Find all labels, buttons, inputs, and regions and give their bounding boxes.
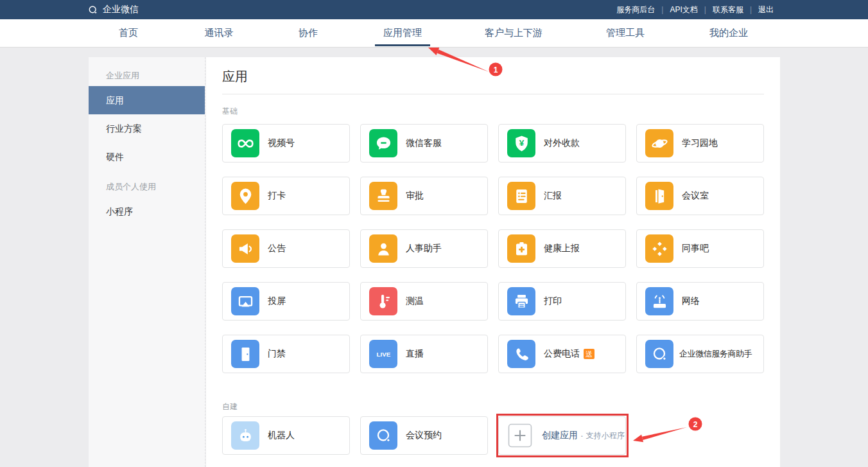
app-card[interactable]: 投屏: [222, 282, 350, 321]
planet-icon: [645, 129, 673, 157]
nav-tab-5[interactable]: 管理工具: [606, 19, 645, 46]
location-pin-icon: [231, 182, 259, 210]
app-label: 直播: [406, 348, 424, 360]
create-app-separator: ·: [580, 430, 584, 441]
app-label: 学习园地: [682, 137, 718, 149]
app-card[interactable]: 视频号: [222, 124, 350, 163]
app-label: 微信客服: [406, 137, 442, 149]
sidebar-item[interactable]: 硬件: [89, 143, 205, 171]
nav-tab-2[interactable]: 协作: [299, 19, 318, 46]
app-label: 网络: [682, 295, 700, 307]
megaphone-icon: [231, 234, 259, 263]
topbar-link-3[interactable]: 退出: [752, 4, 780, 15]
svg-text:¥: ¥: [519, 138, 524, 148]
person-icon: [369, 234, 397, 263]
meeting-door-icon: [645, 182, 673, 210]
app-card[interactable]: 健康上报: [498, 229, 626, 268]
stamp-icon: [369, 182, 397, 210]
svg-text:LIVE: LIVE: [376, 351, 390, 358]
nav-tab-3-active[interactable]: 应用管理: [383, 19, 422, 46]
wecom-bubble-icon: [87, 4, 99, 16]
create-app-card[interactable]: 创建应用·支持小程序: [498, 416, 626, 455]
app-card[interactable]: ¥对外收款: [498, 124, 626, 163]
main-panel: 应用 基础 视频号微信客服¥对外收款学习园地打卡审批汇报会议室公告人事助手健康上…: [206, 57, 780, 467]
access-door-icon: [231, 340, 259, 368]
title-divider: [222, 94, 764, 94]
app-card[interactable]: 门禁: [222, 335, 350, 373]
app-card[interactable]: 公费电话送: [498, 335, 626, 373]
app-card[interactable]: 会议室: [636, 177, 764, 215]
topbar-link-2[interactable]: 联系客服: [706, 4, 750, 15]
sidebar-item-selected[interactable]: 应用: [89, 86, 205, 114]
video-channels-icon: [231, 129, 259, 157]
app-card[interactable]: 人事助手: [360, 229, 488, 268]
app-card[interactable]: LIVE直播: [360, 335, 488, 373]
app-label: 会议室: [682, 190, 709, 202]
app-card[interactable]: 测温: [360, 282, 488, 321]
wecom-logo[interactable]: 企业微信: [87, 0, 139, 19]
create-app-sublabel: 支持小程序: [586, 430, 625, 441]
app-label: 审批: [406, 190, 424, 202]
app-card[interactable]: 汇报: [498, 177, 626, 215]
printer-icon: [507, 287, 535, 315]
wechat-kefu-icon: [369, 129, 397, 157]
shield-yuan-icon: ¥: [507, 129, 535, 157]
plus-icon: [507, 423, 533, 448]
arrow-1-head: [428, 48, 439, 55]
robot-icon: [231, 421, 259, 450]
app-card[interactable]: 同事吧: [636, 229, 764, 268]
app-label: 公告: [268, 243, 286, 254]
topbar-link-1[interactable]: API文档: [663, 4, 704, 15]
page-title: 应用: [222, 68, 780, 85]
app-card[interactable]: 审批: [360, 177, 488, 215]
sidebar-section-header: 成员个人使用: [89, 171, 205, 197]
app-label: 同事吧: [682, 243, 709, 254]
app-label: 投屏: [268, 295, 286, 307]
app-label: 会议预约: [406, 430, 442, 441]
app-label: 打印: [544, 295, 562, 307]
app-card[interactable]: 会议预约: [360, 416, 488, 455]
section-label-self: 自建: [222, 401, 780, 410]
report-doc-icon: [507, 182, 535, 210]
thermometer-icon: [369, 287, 397, 315]
wecom-logo-icon: [369, 421, 397, 450]
app-label: 机器人: [268, 430, 295, 441]
app-card[interactable]: 学习园地: [636, 124, 764, 163]
app-label: 对外收款: [544, 137, 580, 149]
sidebar-item[interactable]: 小程序: [89, 197, 205, 225]
main-nav: 首页通讯录协作应用管理客户与上下游管理工具我的企业: [0, 19, 868, 48]
app-label: 企业微信服务商助手: [679, 348, 752, 360]
topbar-link-0[interactable]: 服务商后台: [610, 4, 661, 15]
router-icon: [645, 287, 673, 315]
app-card[interactable]: 微信客服: [360, 124, 488, 163]
app-card[interactable]: 企业微信服务商助手: [636, 335, 764, 373]
sidebar-item[interactable]: 行业方案: [89, 114, 205, 143]
create-app-label: 创建应用: [542, 430, 578, 441]
app-card[interactable]: 机器人: [222, 416, 350, 455]
live-icon: LIVE: [369, 340, 397, 368]
wecom-logo-icon: [645, 340, 673, 368]
health-kit-icon: [507, 234, 535, 263]
app-grid-basic: 视频号微信客服¥对外收款学习园地打卡审批汇报会议室公告人事助手健康上报同事吧投屏…: [222, 124, 780, 373]
top-dark-bar: 企业微信 服务商后台|API文档|联系客服|退出: [0, 0, 868, 19]
sidebar-section-header: 企业应用: [89, 57, 205, 86]
app-card[interactable]: 网络: [636, 282, 764, 321]
app-label: 打卡: [268, 190, 286, 202]
app-card[interactable]: 打卡: [222, 177, 350, 215]
app-card[interactable]: 公告: [222, 229, 350, 268]
app-label: 门禁: [268, 348, 286, 360]
app-card[interactable]: 打印: [498, 282, 626, 321]
sidebar: 企业应用应用行业方案硬件成员个人使用小程序: [89, 57, 205, 467]
gift-badge: 送: [584, 349, 595, 359]
app-label: 汇报: [544, 190, 562, 202]
screencast-icon: [231, 287, 259, 315]
nav-tab-6[interactable]: 我的企业: [709, 19, 748, 46]
pinwheel-icon: [645, 234, 673, 263]
nav-tab-4[interactable]: 客户与上下游: [485, 19, 542, 46]
nav-tab-0[interactable]: 首页: [119, 19, 138, 46]
phone-icon: [507, 340, 535, 368]
app-grid-self: 机器人会议预约创建应用·支持小程序: [222, 416, 780, 455]
section-label-basic: 基础: [222, 106, 780, 115]
app-label: 健康上报: [544, 243, 580, 254]
nav-tab-1[interactable]: 通讯录: [205, 19, 234, 46]
